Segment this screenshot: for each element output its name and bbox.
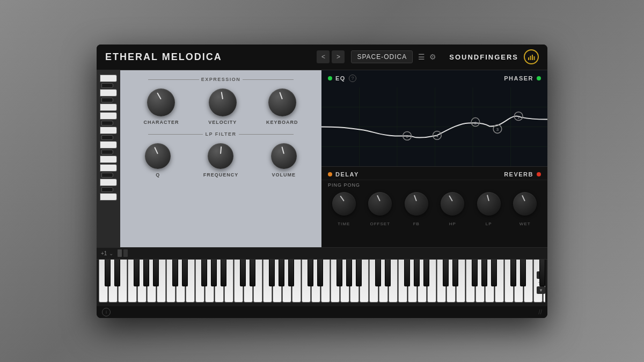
black-key[interactable] (317, 260, 323, 286)
time-knob[interactable] (332, 192, 356, 216)
hp-indicator (449, 195, 453, 201)
q-indicator (154, 146, 158, 154)
scroll-down-button[interactable]: ▼ (537, 286, 545, 294)
chart-icon[interactable] (524, 49, 539, 64)
brand-label: SOUNDFINGERS (449, 53, 518, 61)
eq-title: EQ (335, 75, 346, 82)
piano-key-black[interactable] (101, 173, 113, 178)
piano-key-white[interactable] (100, 112, 117, 120)
black-key[interactable] (308, 260, 313, 286)
black-key[interactable] (211, 260, 217, 286)
time-knob-container: TIME (332, 192, 356, 226)
black-key[interactable] (443, 260, 449, 286)
black-key[interactable] (105, 260, 111, 286)
lp-delay-knob[interactable] (477, 192, 501, 216)
eq-right: PHASER (504, 75, 541, 82)
black-key[interactable] (491, 260, 497, 286)
black-key[interactable] (288, 260, 294, 286)
black-key[interactable] (423, 260, 429, 286)
piano-key-black[interactable] (101, 135, 113, 140)
offset-label: OFFSET (370, 221, 390, 226)
prev-preset-button[interactable]: < (317, 50, 330, 63)
frequency-knob[interactable] (208, 143, 233, 169)
piano-key-black[interactable] (101, 83, 113, 88)
right-panel: EQ ? PHASER (321, 70, 547, 247)
character-indicator (157, 92, 162, 99)
black-key[interactable] (452, 260, 458, 286)
black-key[interactable] (510, 260, 516, 286)
keyboard-knob-container: KEYBOARD (266, 88, 298, 125)
q-knob[interactable] (145, 143, 171, 169)
header: ETHERAL MELODICA < > SPACE-ODICA ☰ ⚙ SOU… (97, 45, 547, 70)
black-key[interactable] (481, 260, 487, 286)
frequency-label: FREQUENCY (203, 172, 239, 178)
black-key[interactable] (404, 260, 410, 286)
lp-indicator (487, 195, 489, 201)
offset-knob[interactable] (368, 192, 392, 216)
phaser-status-dot (537, 76, 541, 80)
wet-knob-container: WET (513, 192, 537, 226)
piano-key-white[interactable] (100, 164, 117, 172)
black-key[interactable] (153, 260, 159, 286)
next-preset-button[interactable]: > (332, 50, 345, 63)
piano-key-white[interactable] (100, 127, 117, 134)
black-key[interactable] (414, 260, 420, 286)
velocity-label: VELOCITY (208, 120, 237, 125)
character-knob[interactable] (147, 88, 175, 116)
black-key[interactable] (114, 260, 120, 286)
plugin-title: ETHERAL MELODICA (105, 51, 222, 63)
piano-key-white[interactable] (100, 156, 117, 163)
eq-canvas: 0 4 2 3 1 (321, 87, 547, 166)
wet-knob[interactable] (513, 192, 537, 216)
frequency-knob-container: FREQUENCY (203, 143, 239, 178)
svg-text:2: 2 (474, 120, 477, 125)
delay-knobs-row: TIME OFFSET FB (321, 188, 547, 226)
hp-knob[interactable] (441, 192, 464, 216)
save-preset-button[interactable]: ☰ (416, 51, 427, 62)
piano-key-black[interactable] (101, 98, 113, 102)
black-key[interactable] (472, 260, 478, 286)
piano-key-white[interactable] (100, 75, 117, 82)
character-label: CHARACTER (143, 120, 179, 125)
piano-key-white[interactable] (100, 104, 117, 111)
lp-knob-container: LP (477, 192, 501, 226)
q-label: Q (156, 172, 160, 178)
piano-key-white[interactable] (100, 89, 117, 97)
settings-button[interactable]: ⚙ (427, 51, 438, 62)
volume-knob[interactable] (271, 143, 297, 169)
black-key[interactable] (336, 260, 342, 286)
piano-key-black[interactable] (101, 187, 113, 192)
black-key[interactable] (539, 260, 545, 286)
black-key[interactable] (375, 260, 381, 286)
black-key[interactable] (221, 260, 226, 286)
black-key[interactable] (279, 260, 284, 286)
black-key[interactable] (346, 260, 352, 286)
piano-key-white[interactable] (100, 193, 117, 201)
black-key[interactable] (182, 260, 188, 286)
piano-key-white[interactable] (100, 179, 117, 186)
keyboard-knob[interactable] (268, 88, 296, 116)
piano-key-black[interactable] (101, 121, 113, 125)
piano-key-black[interactable] (101, 150, 113, 154)
fb-knob[interactable] (405, 192, 428, 216)
velocity-knob[interactable] (209, 88, 237, 116)
black-key[interactable] (201, 260, 207, 286)
black-key[interactable] (250, 260, 255, 286)
midi-indicator-1 (118, 249, 122, 257)
delay-header: DELAY REVERB (321, 167, 547, 180)
black-key[interactable] (134, 260, 140, 286)
expression-label-container: EXPRESSION (129, 77, 313, 82)
black-key[interactable] (520, 260, 526, 286)
eq-svg: 0 4 2 3 1 (321, 87, 547, 166)
eq-help-icon[interactable]: ? (349, 75, 356, 82)
black-key[interactable] (269, 260, 275, 286)
black-key[interactable] (240, 260, 246, 286)
piano-key-white[interactable] (100, 141, 117, 149)
octave-chevron[interactable]: ⌄ (109, 250, 113, 256)
black-key[interactable] (356, 260, 362, 286)
black-key[interactable] (385, 260, 391, 286)
info-icon[interactable]: i (102, 308, 111, 316)
black-key[interactable] (143, 260, 149, 286)
velocity-indicator (221, 92, 223, 99)
black-key[interactable] (172, 260, 178, 286)
